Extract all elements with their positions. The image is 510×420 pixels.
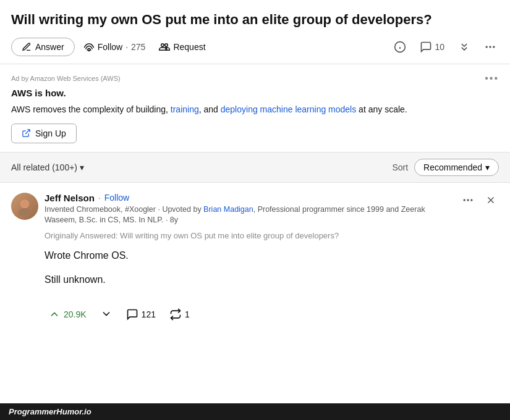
question-title: Will writing my own OS put me into an el… [11, 11, 499, 29]
svg-point-9 [19, 208, 31, 216]
downvote-button[interactable] [456, 38, 473, 56]
svg-point-4 [486, 46, 488, 48]
signup-button[interactable]: Sign Up [11, 124, 77, 143]
three-dots-icon [462, 194, 474, 206]
person-plus-icon [159, 41, 170, 52]
sort-label: Sort [392, 162, 408, 172]
comment-count: 10 [435, 42, 444, 52]
ad-options-dots[interactable]: ••• [485, 73, 499, 84]
answer-button[interactable]: Answer [11, 38, 75, 56]
share-count: 1 [185, 309, 190, 319]
action-bar: Answer Follow · 275 [11, 38, 499, 56]
pencil-icon [22, 42, 32, 52]
svg-point-0 [88, 49, 90, 51]
upvote-arrow-icon [48, 308, 61, 321]
svg-point-12 [467, 199, 469, 201]
answer-comment-count: 121 [142, 309, 156, 319]
answers-section: Jeff Nelson · Follow Invented Chromebook… [0, 183, 510, 420]
answer-line-1: Wrote Chrome OS. [45, 248, 499, 264]
more-dots-icon [484, 41, 496, 53]
comment-button[interactable]: 10 [417, 38, 447, 56]
author-name: Jeff Nelson [45, 193, 95, 203]
sort-button[interactable]: Recommended ▾ [414, 159, 499, 176]
filter-chevron: ▾ [80, 162, 84, 172]
author-credentials: Invented Chromebook, #Xoogler · Upvoted … [45, 204, 459, 226]
upvote-button[interactable]: 20.9K [45, 306, 90, 323]
answer-comment-button[interactable]: 121 [122, 306, 159, 323]
share-icon [169, 308, 182, 321]
ad-link-training[interactable]: training [171, 104, 199, 114]
follow-count: 275 [131, 42, 145, 52]
follow-button[interactable]: Follow · 275 [79, 38, 151, 56]
downvote-answer-button[interactable] [96, 305, 116, 324]
author-info: Jeff Nelson · Follow Invented Chromebook… [11, 193, 459, 226]
all-related-filter[interactable]: All related (100+) ▾ [11, 162, 84, 172]
svg-point-13 [470, 199, 472, 201]
action-bar-left: Answer Follow · 275 [11, 38, 211, 56]
author-dot: · [98, 193, 101, 203]
filter-bar: All related (100+) ▾ Sort Recommended ▾ [0, 153, 510, 183]
info-icon [394, 41, 406, 53]
downvote-icon [458, 41, 470, 53]
answer-actions: 20.9K 121 [45, 305, 499, 324]
footer-bar: ProgrammerHumor.io [0, 403, 510, 420]
svg-point-6 [493, 46, 495, 48]
ad-link-deploying[interactable]: deploying machine learning models [221, 104, 356, 114]
footer-text: ProgrammerHumor.io [9, 407, 91, 416]
originally-answered: Originally Answered: Will writing my own… [45, 231, 499, 240]
filter-right: Sort Recommended ▾ [392, 159, 499, 176]
follow-icon [83, 43, 95, 51]
answer-comment-icon [126, 308, 138, 321]
downvote-answer-icon [100, 308, 113, 320]
svg-point-10 [20, 200, 29, 208]
action-bar-right: 10 [391, 38, 499, 56]
upvoter-link[interactable]: Brian Madigan [203, 205, 253, 214]
author-details: Jeff Nelson · Follow Invented Chromebook… [45, 193, 459, 226]
share-button[interactable]: 1 [166, 306, 193, 323]
ad-section: Ad by Amazon Web Services (AWS) ••• AWS … [0, 64, 510, 153]
avatar [11, 193, 38, 220]
more-options-button[interactable] [482, 38, 499, 56]
svg-line-7 [25, 130, 30, 134]
answer-card: Jeff Nelson · Follow Invented Chromebook… [11, 193, 499, 324]
close-answer-button[interactable] [483, 193, 499, 210]
answer-line-2: Still unknown. [45, 272, 499, 288]
page-wrapper: Will writing my own OS put me into an el… [0, 0, 510, 420]
answer-more-options-button[interactable] [459, 193, 477, 211]
info-button[interactable] [391, 38, 409, 56]
answer-header-right [459, 193, 499, 211]
comment-icon [420, 41, 432, 53]
ad-label: Ad by Amazon Web Services (AWS) ••• [11, 73, 499, 84]
svg-point-5 [489, 46, 491, 48]
external-link-icon [22, 128, 31, 138]
close-icon [485, 195, 496, 206]
answer-body: Wrote Chrome OS. Still unknown. [45, 248, 499, 296]
ad-title: AWS is how. [11, 88, 499, 98]
upvote-count: 20.9K [64, 309, 87, 319]
follow-separator: · [125, 42, 128, 52]
request-button[interactable]: Request [154, 38, 210, 56]
svg-point-11 [464, 199, 465, 201]
answer-header: Jeff Nelson · Follow Invented Chromebook… [11, 193, 499, 226]
author-name-row: Jeff Nelson · Follow [45, 193, 459, 203]
question-section: Will writing my own OS put me into an el… [0, 0, 510, 64]
avatar-silhouette [15, 197, 34, 216]
author-follow-button[interactable]: Follow [104, 193, 129, 203]
ad-body: AWS removes the complexity of building, … [11, 103, 499, 116]
sort-chevron: ▾ [485, 162, 490, 172]
